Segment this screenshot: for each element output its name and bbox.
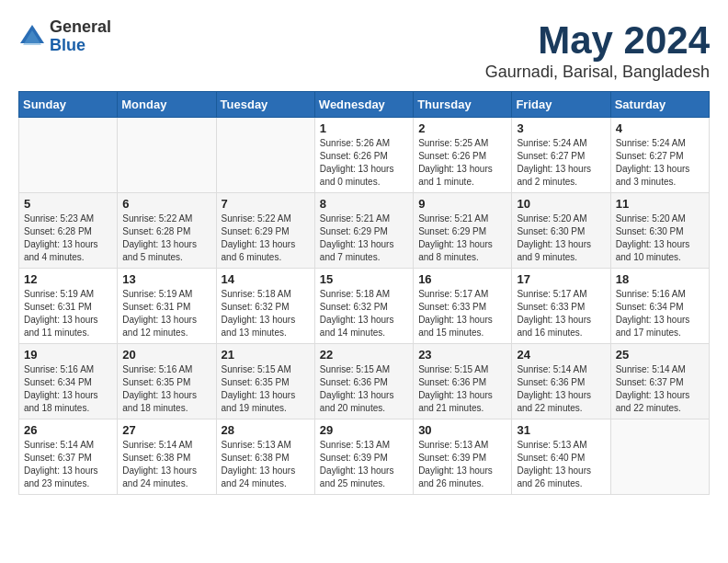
day-number: 20: [122, 348, 210, 362]
day-info: Sunrise: 5:13 AMSunset: 6:38 PMDaylight:…: [222, 439, 310, 490]
day-info: Sunrise: 5:15 AMSunset: 6:35 PMDaylight:…: [222, 363, 310, 415]
day-number: 9: [418, 197, 506, 211]
day-cell: 9Sunrise: 5:21 AMSunset: 6:29 PMDaylight…: [414, 193, 512, 269]
day-cell: 11Sunrise: 5:20 AMSunset: 6:30 PMDayligh…: [610, 193, 709, 269]
week-row-3: 12Sunrise: 5:19 AMSunset: 6:31 PMDayligh…: [19, 269, 710, 344]
header-row: SundayMondayTuesdayWednesdayThursdayFrid…: [19, 92, 710, 118]
day-info: Sunrise: 5:26 AMSunset: 6:26 PMDaylight:…: [320, 137, 408, 189]
day-info: Sunrise: 5:22 AMSunset: 6:28 PMDaylight:…: [122, 213, 210, 264]
day-info: Sunrise: 5:13 AMSunset: 6:39 PMDaylight:…: [320, 439, 408, 490]
day-info: Sunrise: 5:16 AMSunset: 6:35 PMDaylight:…: [122, 363, 210, 415]
column-header-wednesday: Wednesday: [314, 92, 413, 118]
day-cell: 3Sunrise: 5:24 AMSunset: 6:27 PMDaylight…: [512, 118, 610, 193]
day-cell: 26Sunrise: 5:14 AMSunset: 6:37 PMDayligh…: [19, 419, 118, 495]
day-number: 27: [122, 423, 210, 437]
day-cell: 8Sunrise: 5:21 AMSunset: 6:29 PMDaylight…: [314, 193, 413, 269]
column-header-saturday: Saturday: [610, 92, 709, 118]
day-info: Sunrise: 5:16 AMSunset: 6:34 PMDaylight:…: [616, 288, 704, 339]
day-cell: 27Sunrise: 5:14 AMSunset: 6:38 PMDayligh…: [118, 419, 216, 495]
day-cell: 10Sunrise: 5:20 AMSunset: 6:30 PMDayligh…: [512, 193, 610, 269]
day-number: 31: [517, 423, 605, 437]
day-number: 26: [24, 423, 112, 437]
day-cell: 18Sunrise: 5:16 AMSunset: 6:34 PMDayligh…: [610, 269, 709, 344]
day-number: 25: [616, 348, 704, 362]
column-header-thursday: Thursday: [414, 92, 512, 118]
column-header-sunday: Sunday: [19, 92, 118, 118]
day-number: 8: [320, 197, 408, 211]
column-header-tuesday: Tuesday: [216, 92, 314, 118]
logo-icon: [18, 23, 46, 51]
day-number: 11: [616, 197, 704, 211]
day-info: Sunrise: 5:17 AMSunset: 6:33 PMDaylight:…: [517, 288, 605, 339]
day-number: 24: [517, 348, 605, 362]
logo-text: General Blue: [50, 18, 111, 55]
day-cell: 1Sunrise: 5:26 AMSunset: 6:26 PMDaylight…: [314, 118, 413, 193]
day-info: Sunrise: 5:13 AMSunset: 6:40 PMDaylight:…: [517, 439, 605, 490]
column-header-friday: Friday: [512, 92, 610, 118]
day-number: 10: [517, 197, 605, 211]
day-info: Sunrise: 5:15 AMSunset: 6:36 PMDaylight:…: [418, 363, 506, 415]
day-number: 3: [517, 121, 605, 135]
day-info: Sunrise: 5:25 AMSunset: 6:26 PMDaylight:…: [418, 137, 506, 189]
day-info: Sunrise: 5:18 AMSunset: 6:32 PMDaylight:…: [320, 288, 408, 339]
day-info: Sunrise: 5:21 AMSunset: 6:29 PMDaylight:…: [320, 213, 408, 264]
day-number: 22: [320, 348, 408, 362]
week-row-5: 26Sunrise: 5:14 AMSunset: 6:37 PMDayligh…: [19, 419, 710, 495]
day-number: 1: [320, 121, 408, 135]
title-section: May 2024 Gaurnadi, Barisal, Bangladesh: [485, 18, 710, 82]
day-cell: [19, 118, 118, 193]
day-number: 5: [24, 197, 112, 211]
day-info: Sunrise: 5:14 AMSunset: 6:37 PMDaylight:…: [616, 363, 704, 415]
day-cell: 4Sunrise: 5:24 AMSunset: 6:27 PMDaylight…: [610, 118, 709, 193]
day-cell: 24Sunrise: 5:14 AMSunset: 6:36 PMDayligh…: [512, 344, 610, 419]
day-info: Sunrise: 5:14 AMSunset: 6:36 PMDaylight:…: [517, 363, 605, 415]
day-number: 16: [418, 272, 506, 286]
day-number: 28: [222, 423, 310, 437]
day-info: Sunrise: 5:19 AMSunset: 6:31 PMDaylight:…: [122, 288, 210, 339]
day-cell: 23Sunrise: 5:15 AMSunset: 6:36 PMDayligh…: [414, 344, 512, 419]
column-header-monday: Monday: [118, 92, 216, 118]
day-cell: 19Sunrise: 5:16 AMSunset: 6:34 PMDayligh…: [19, 344, 118, 419]
day-cell: 15Sunrise: 5:18 AMSunset: 6:32 PMDayligh…: [314, 269, 413, 344]
day-cell: 6Sunrise: 5:22 AMSunset: 6:28 PMDaylight…: [118, 193, 216, 269]
month-title: May 2024: [485, 18, 710, 63]
day-cell: [216, 118, 314, 193]
day-info: Sunrise: 5:13 AMSunset: 6:39 PMDaylight:…: [418, 439, 506, 490]
day-info: Sunrise: 5:22 AMSunset: 6:29 PMDaylight:…: [222, 213, 310, 264]
calendar-table: SundayMondayTuesdayWednesdayThursdayFrid…: [18, 91, 710, 495]
day-info: Sunrise: 5:20 AMSunset: 6:30 PMDaylight:…: [517, 213, 605, 264]
day-number: 6: [122, 197, 210, 211]
day-number: 7: [222, 197, 310, 211]
day-number: 12: [24, 272, 112, 286]
day-number: 23: [418, 348, 506, 362]
day-cell: 14Sunrise: 5:18 AMSunset: 6:32 PMDayligh…: [216, 269, 314, 344]
day-cell: 13Sunrise: 5:19 AMSunset: 6:31 PMDayligh…: [118, 269, 216, 344]
day-cell: 21Sunrise: 5:15 AMSunset: 6:35 PMDayligh…: [216, 344, 314, 419]
day-cell: 7Sunrise: 5:22 AMSunset: 6:29 PMDaylight…: [216, 193, 314, 269]
day-cell: 17Sunrise: 5:17 AMSunset: 6:33 PMDayligh…: [512, 269, 610, 344]
week-row-2: 5Sunrise: 5:23 AMSunset: 6:28 PMDaylight…: [19, 193, 710, 269]
day-number: 14: [222, 272, 310, 286]
day-number: 13: [122, 272, 210, 286]
day-cell: 2Sunrise: 5:25 AMSunset: 6:26 PMDaylight…: [414, 118, 512, 193]
day-info: Sunrise: 5:24 AMSunset: 6:27 PMDaylight:…: [517, 137, 605, 189]
day-cell: 20Sunrise: 5:16 AMSunset: 6:35 PMDayligh…: [118, 344, 216, 419]
logo-blue-text: Blue: [50, 37, 111, 55]
page-header: General Blue May 2024 Gaurnadi, Barisal,…: [18, 18, 710, 82]
day-info: Sunrise: 5:21 AMSunset: 6:29 PMDaylight:…: [418, 213, 506, 264]
day-info: Sunrise: 5:18 AMSunset: 6:32 PMDaylight:…: [222, 288, 310, 339]
day-cell: 22Sunrise: 5:15 AMSunset: 6:36 PMDayligh…: [314, 344, 413, 419]
day-cell: 29Sunrise: 5:13 AMSunset: 6:39 PMDayligh…: [314, 419, 413, 495]
day-info: Sunrise: 5:20 AMSunset: 6:30 PMDaylight:…: [616, 213, 704, 264]
day-cell: 31Sunrise: 5:13 AMSunset: 6:40 PMDayligh…: [512, 419, 610, 495]
day-number: 2: [418, 121, 506, 135]
day-number: 17: [517, 272, 605, 286]
day-cell: [610, 419, 709, 495]
day-info: Sunrise: 5:14 AMSunset: 6:38 PMDaylight:…: [122, 439, 210, 490]
day-cell: 25Sunrise: 5:14 AMSunset: 6:37 PMDayligh…: [610, 344, 709, 419]
week-row-4: 19Sunrise: 5:16 AMSunset: 6:34 PMDayligh…: [19, 344, 710, 419]
day-number: 4: [616, 121, 704, 135]
day-info: Sunrise: 5:23 AMSunset: 6:28 PMDaylight:…: [24, 213, 112, 264]
day-info: Sunrise: 5:15 AMSunset: 6:36 PMDaylight:…: [320, 363, 408, 415]
logo: General Blue: [18, 18, 111, 55]
